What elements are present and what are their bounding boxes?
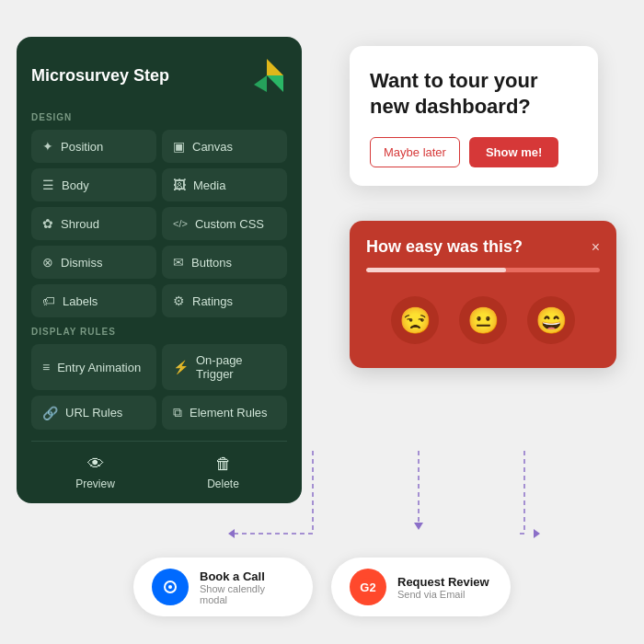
emoji-happy[interactable]: 😄: [527, 296, 575, 344]
book-a-call-card[interactable]: Book a Call Show calendly modal: [133, 558, 313, 616]
panel-header: Microsurvey Step: [31, 55, 287, 96]
body-icon: ☰: [42, 178, 54, 192]
trigger-icon: ⚡: [173, 360, 189, 374]
survey-emoji-group: 😒 😐 😄: [366, 291, 600, 350]
request-review-title: Request Review: [397, 575, 489, 589]
display-rules-section-label: DISPLAY RULES: [31, 327, 287, 337]
canvas-icon: ▣: [173, 139, 185, 154]
maybe-later-button[interactable]: Maybe later: [370, 137, 460, 167]
element-rules-icon: ⧉: [173, 405, 182, 420]
book-a-call-text: Book a Call Show calendly modal: [200, 569, 294, 605]
design-grid: ✦ Position ▣ Canvas ☰ Body 🖼 Media ✿ Shr…: [31, 130, 287, 317]
panel-footer: 👁 Preview 🗑 Delete: [31, 441, 287, 503]
survey-card-title: How easy was this?: [366, 237, 523, 257]
url-rules-icon: 🔗: [42, 406, 58, 420]
delete-icon: 🗑: [215, 454, 232, 474]
position-icon: ✦: [42, 139, 53, 154]
buttons-icon: ✉: [173, 255, 184, 270]
menu-on-page-trigger[interactable]: ⚡ On-page Trigger: [162, 344, 287, 390]
menu-dismiss[interactable]: ⊗ Dismiss: [31, 246, 156, 279]
svg-point-13: [168, 585, 172, 589]
svg-marker-8: [534, 529, 540, 538]
css-icon: </>: [173, 218, 188, 229]
svg-marker-10: [414, 523, 423, 530]
book-a-call-title: Book a Call: [200, 569, 294, 583]
tour-card-title: Want to tour your new dashboard?: [370, 68, 578, 119]
media-icon: 🖼: [173, 178, 186, 192]
survey-card-header: How easy was this? ×: [366, 237, 600, 257]
menu-url-rules[interactable]: 🔗 URL Rules: [31, 396, 156, 430]
preview-icon: 👁: [87, 454, 104, 474]
entry-animation-icon: ≡: [42, 360, 50, 374]
panel-title: Microsurvey Step: [31, 66, 169, 86]
svg-marker-2: [254, 75, 267, 92]
tour-card-buttons: Maybe later Show me!: [370, 137, 578, 167]
request-review-subtitle: Send via Email: [397, 589, 489, 600]
book-a-call-subtitle: Show calendly modal: [200, 583, 294, 605]
left-panel: Microsurvey Step DESIGN ✦ Position ▣ Can…: [17, 37, 302, 503]
show-me-button[interactable]: Show me!: [469, 137, 558, 167]
dismiss-icon: ⊗: [42, 255, 53, 270]
svg-text:G2: G2: [360, 581, 375, 594]
ratings-icon: ⚙: [173, 293, 185, 308]
shroud-icon: ✿: [42, 216, 53, 231]
menu-entry-animation[interactable]: ≡ Entry Animation: [31, 344, 156, 390]
labels-icon: 🏷: [42, 293, 55, 308]
menu-element-rules[interactable]: ⧉ Element Rules: [162, 396, 287, 430]
request-review-text: Request Review Send via Email: [397, 575, 489, 600]
svg-marker-1: [267, 75, 283, 92]
menu-shroud[interactable]: ✿ Shroud: [31, 207, 156, 240]
survey-progress-bar: [366, 268, 600, 272]
menu-labels[interactable]: 🏷 Labels: [31, 284, 156, 317]
tour-card: Want to tour your new dashboard? Maybe l…: [350, 46, 598, 186]
menu-custom-css[interactable]: </> Custom CSS: [162, 207, 287, 240]
design-section-label: DESIGN: [31, 112, 287, 122]
g2-icon: G2: [350, 569, 386, 605]
preview-button[interactable]: 👁 Preview: [31, 442, 159, 503]
menu-ratings[interactable]: ⚙ Ratings: [162, 284, 287, 317]
display-rules-grid: ≡ Entry Animation ⚡ On-page Trigger 🔗 UR…: [31, 344, 287, 430]
svg-marker-0: [267, 59, 283, 75]
menu-position[interactable]: ✦ Position: [31, 130, 156, 163]
menu-canvas[interactable]: ▣ Canvas: [162, 130, 287, 163]
svg-marker-5: [228, 529, 235, 538]
survey-card: How easy was this? × 😒 😐 😄: [350, 221, 616, 368]
request-review-card[interactable]: G2 Request Review Send via Email: [331, 558, 511, 616]
survey-progress-fill: [366, 268, 506, 272]
menu-body[interactable]: ☰ Body: [31, 168, 156, 201]
calendly-icon: [152, 569, 189, 605]
menu-buttons[interactable]: ✉ Buttons: [162, 246, 287, 279]
delete-button[interactable]: 🗑 Delete: [159, 442, 287, 503]
menu-media[interactable]: 🖼 Media: [162, 168, 287, 201]
bottom-cards: Book a Call Show calendly modal G2 Reque…: [133, 558, 511, 616]
emoji-sad[interactable]: 😒: [391, 296, 439, 344]
survey-close-button[interactable]: ×: [592, 239, 600, 256]
panel-logo: [247, 55, 287, 96]
emoji-neutral[interactable]: 😐: [459, 296, 507, 344]
